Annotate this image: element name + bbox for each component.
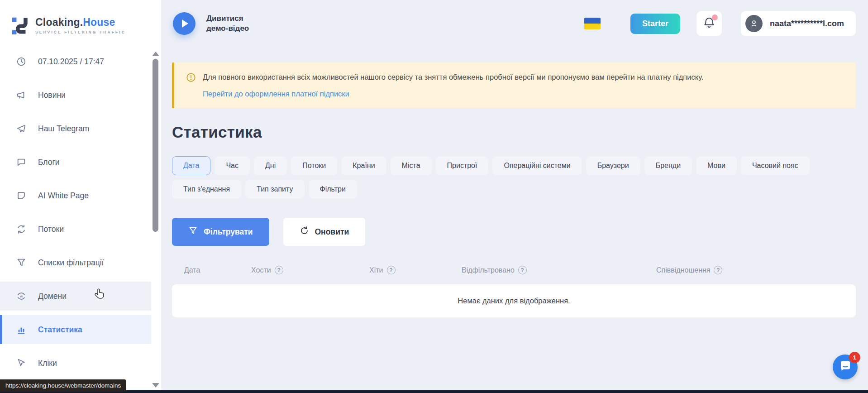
sidebar: Cloaking.House SERVICE FILTERING TRAFFIC… xyxy=(0,0,161,393)
sidebar-item-statistics[interactable]: Статистика xyxy=(0,315,151,344)
clock-icon xyxy=(16,57,26,67)
stat-tabs-row-1: Дата Час Дні Потоки Країни Міста Пристро… xyxy=(172,156,856,175)
app-window: Cloaking.House SERVICE FILTERING TRAFFIC… xyxy=(0,0,868,393)
demo-video-label[interactable]: Дивитися демо-відео xyxy=(206,14,249,34)
column-header-ratio: Співвідношення ? xyxy=(656,266,722,274)
sidebar-item-label: Блоги xyxy=(38,158,60,167)
sidebar-item-date[interactable]: 07.10.2025 / 17:47 xyxy=(0,47,151,76)
subscription-link[interactable]: Перейти до оформлення платної підписки xyxy=(203,90,349,98)
sidebar-item-blogs[interactable]: Блоги xyxy=(0,148,151,177)
cursor-icon xyxy=(16,358,26,368)
sidebar-item-label: Наш Telegram xyxy=(38,124,89,134)
page-content: Для повного використання всіх можливосте… xyxy=(161,47,868,317)
topbar: Дивитися демо-відео Starter naata*******… xyxy=(161,0,868,47)
globe-w-icon: w xyxy=(16,291,26,301)
megaphone-icon xyxy=(16,90,26,100)
brand-name-dark: Cloaking. xyxy=(35,16,83,28)
help-icon[interactable]: ? xyxy=(518,266,527,274)
play-icon xyxy=(182,19,188,28)
column-header-hits: Хіти ? xyxy=(369,266,462,274)
filter-button[interactable]: Фільтрувати xyxy=(172,218,269,246)
tab-languages[interactable]: Мови xyxy=(696,156,737,175)
tab-date[interactable]: Дата xyxy=(172,156,210,175)
sidebar-item-label: Списки фільтрації xyxy=(38,258,104,268)
sidebar-item-label: Статистика xyxy=(38,325,82,335)
scrollbar-down-arrow[interactable] xyxy=(152,383,159,388)
stats-table-header: Дата Хости ? Хіти ? Відфільтровано ? Спі… xyxy=(172,266,856,274)
sidebar-item-news[interactable]: Новини xyxy=(0,81,151,110)
banner-text: Для повного використання всіх можливосте… xyxy=(203,72,703,82)
empty-state-card: Немає даних для відображення. xyxy=(172,284,856,317)
ukraine-flag-icon[interactable] xyxy=(584,18,601,29)
brand-name: Cloaking.House SERVICE FILTERING TRAFFIC xyxy=(35,16,126,34)
page-title: Статистика xyxy=(172,123,856,141)
scrollbar-up-arrow[interactable] xyxy=(152,52,159,56)
chat-unread-badge: 1 xyxy=(849,352,860,363)
mouse-cursor-pointer xyxy=(94,288,106,302)
sidebar-item-label: Потоки xyxy=(38,225,64,234)
trial-warning-banner: Для повного використання всіх можливосте… xyxy=(172,62,856,108)
telegram-icon xyxy=(16,124,26,134)
funnel-icon xyxy=(16,258,26,268)
brand-tagline: SERVICE FILTERING TRAFFIC xyxy=(35,30,126,34)
sidebar-item-label: Кліки xyxy=(38,359,57,368)
sidebar-item-telegram[interactable]: Наш Telegram xyxy=(0,114,151,143)
empty-state-text: Немає даних для відображення. xyxy=(458,297,570,305)
column-header-date: Дата xyxy=(172,266,251,274)
help-icon[interactable]: ? xyxy=(275,266,283,274)
tab-timezone[interactable]: Часовий пояс xyxy=(741,156,810,175)
notification-dot xyxy=(712,14,718,20)
tab-filters[interactable]: Фільтри xyxy=(309,180,357,199)
sidebar-item-label: Домени xyxy=(38,292,67,301)
chat-bubble-icon xyxy=(16,157,26,167)
tab-brands[interactable]: Бренди xyxy=(644,156,692,175)
sidebar-nav: 07.10.2025 / 17:47 Новини Наш Telegram Б… xyxy=(0,47,151,382)
sidebar-item-streams[interactable]: Потоки xyxy=(0,215,151,244)
sidebar-item-label: Новини xyxy=(38,91,66,100)
tab-countries[interactable]: Країни xyxy=(341,156,386,175)
sidebar-item-label: AI White Page xyxy=(38,191,89,201)
tab-devices[interactable]: Пристрої xyxy=(436,156,489,175)
link-preview-statusbar: https://cloaking.house/webmaster/domains xyxy=(0,379,126,392)
column-header-hosts: Хости ? xyxy=(251,266,369,274)
refresh-icon xyxy=(300,226,309,238)
sidebar-scrollbar-thumb[interactable] xyxy=(153,59,158,232)
brand-logo-icon xyxy=(11,14,30,37)
user-menu[interactable]: naata**********l.com xyxy=(741,11,856,36)
refresh-button[interactable]: Оновити xyxy=(283,218,366,246)
tab-days[interactable]: Дні xyxy=(254,156,287,175)
tab-streams[interactable]: Потоки xyxy=(291,156,337,175)
warning-icon xyxy=(186,72,196,82)
tab-connection-type[interactable]: Тип з'єднання xyxy=(172,180,241,199)
notifications-button[interactable] xyxy=(696,11,722,36)
brand-name-accent: House xyxy=(83,16,115,28)
tab-request-type[interactable]: Тип запиту xyxy=(245,180,304,199)
window-bottom-edge xyxy=(0,390,868,393)
sidebar-item-domains[interactable]: w Домени xyxy=(0,282,151,311)
help-icon[interactable]: ? xyxy=(714,266,722,274)
user-avatar-icon xyxy=(745,15,763,32)
tab-browsers[interactable]: Браузери xyxy=(586,156,640,175)
action-buttons: Фільтрувати Оновити xyxy=(172,218,856,246)
brand-logo[interactable]: Cloaking.House SERVICE FILTERING TRAFFIC xyxy=(0,0,161,39)
bar-chart-icon xyxy=(16,325,26,335)
tab-operating-systems[interactable]: Операційні системи xyxy=(492,156,582,175)
funnel-icon xyxy=(188,226,198,238)
demo-video-play-button[interactable] xyxy=(173,12,196,35)
sidebar-item-filter-lists[interactable]: Списки фільтрації xyxy=(0,248,151,277)
sidebar-item-label: 07.10.2025 / 17:47 xyxy=(38,57,104,67)
stat-tabs-row-2: Тип з'єднання Тип запиту Фільтри xyxy=(172,180,856,199)
help-icon[interactable]: ? xyxy=(387,266,396,274)
sidebar-item-ai-white-page[interactable]: AI White Page xyxy=(0,181,151,210)
sync-icon xyxy=(16,224,26,234)
plan-starter-button[interactable]: Starter xyxy=(630,14,680,34)
tab-time[interactable]: Час xyxy=(215,156,250,175)
tab-cities[interactable]: Міста xyxy=(391,156,432,175)
user-email: naata**********l.com xyxy=(770,19,844,29)
sidebar-item-clicks[interactable]: Кліки xyxy=(0,349,151,378)
svg-text:w: w xyxy=(19,294,23,298)
column-header-filtered: Відфільтровано ? xyxy=(462,266,656,274)
main-area: Дивитися демо-відео Starter naata*******… xyxy=(161,0,868,393)
page-icon xyxy=(16,191,26,201)
chat-widget-button[interactable]: 1 xyxy=(833,355,858,379)
